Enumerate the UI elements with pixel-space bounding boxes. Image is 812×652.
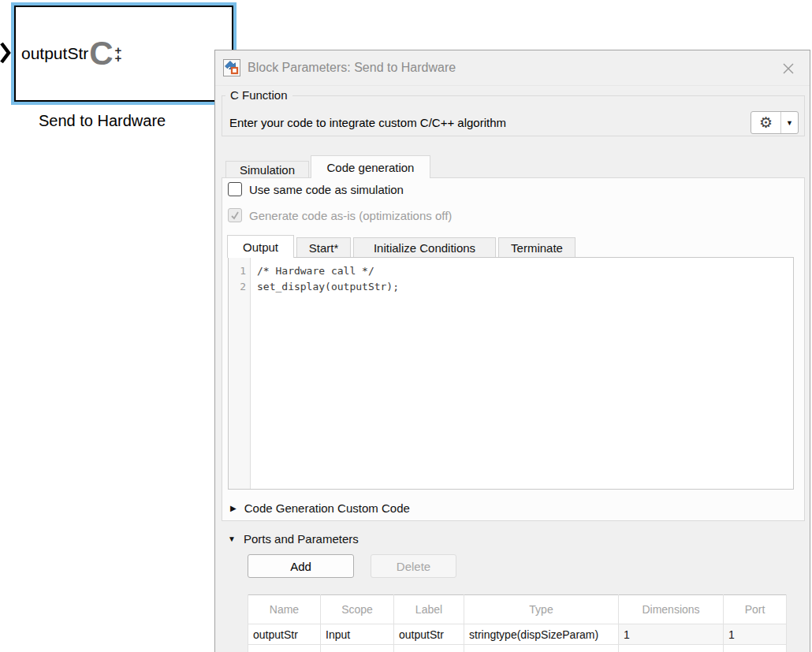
code-line: /* Hardware call */ bbox=[257, 263, 399, 279]
generate-code-as-is-label: Generate code as-is (optimizations off) bbox=[249, 209, 452, 222]
dialog-titlebar[interactable]: Block Parameters: Send to Hardware bbox=[215, 50, 810, 86]
tab-code-generation[interactable]: Code generation bbox=[311, 155, 430, 178]
code-line: set_display(outputStr); bbox=[257, 279, 399, 295]
close-icon bbox=[781, 61, 795, 76]
use-same-code-label[interactable]: Use same code as simulation bbox=[249, 183, 404, 196]
table-header-row: Name Scope Label Type Dimensions Port bbox=[248, 595, 787, 624]
block-port-label: outputStr bbox=[21, 44, 88, 63]
block-name-label[interactable]: Send to Hardware bbox=[39, 112, 166, 130]
code-tab-terminate[interactable]: Terminate bbox=[498, 237, 575, 257]
settings-split-button[interactable]: ⚙ ▼ bbox=[751, 111, 799, 134]
close-button[interactable] bbox=[780, 60, 797, 77]
c-function-icon: C bbox=[89, 38, 113, 69]
cpp-plus-icon: + + bbox=[115, 47, 122, 62]
line-number-gutter: 1 2 bbox=[229, 258, 251, 489]
ports-table[interactable]: Name Scope Label Type Dimensions Port ou… bbox=[248, 594, 787, 652]
code-tab-start[interactable]: Start* bbox=[296, 237, 351, 257]
cell-name[interactable]: outputStr bbox=[248, 624, 321, 645]
cell-dimensions[interactable]: 1 bbox=[619, 624, 724, 645]
chevron-down-icon[interactable]: ▼ bbox=[781, 112, 798, 133]
cell-port[interactable]: 1 bbox=[724, 624, 787, 645]
simulink-canvas: outputStr C + + Send to Hardware Block P… bbox=[0, 0, 812, 652]
column-header[interactable]: Name bbox=[248, 595, 321, 624]
generate-code-as-is-checkbox bbox=[228, 208, 242, 222]
tab-simulation[interactable]: Simulation bbox=[225, 161, 309, 177]
column-header[interactable]: Port bbox=[724, 595, 787, 624]
line-number: 1 bbox=[229, 263, 246, 279]
column-header[interactable]: Scope bbox=[321, 595, 394, 624]
block-parameters-dialog: Block Parameters: Send to Hardware C Fun… bbox=[214, 50, 810, 652]
gear-icon[interactable]: ⚙ bbox=[751, 112, 781, 133]
column-header[interactable]: Label bbox=[394, 595, 464, 624]
use-same-code-checkbox[interactable] bbox=[228, 182, 242, 196]
code-editor[interactable]: 1 2 /* Hardware call */ set_display(outp… bbox=[228, 257, 794, 490]
code-text-area[interactable]: /* Hardware call */ set_display(outputSt… bbox=[251, 258, 399, 489]
custom-code-section-label: Code Generation Custom Code bbox=[244, 501, 410, 515]
table-row[interactable]: outputStr Input outputStr stringtype(dis… bbox=[248, 624, 787, 645]
ports-section-label: Ports and Parameters bbox=[244, 532, 359, 546]
line-number: 2 bbox=[229, 279, 246, 295]
delete-button: Delete bbox=[371, 554, 456, 578]
table-empty-space bbox=[248, 645, 787, 652]
column-header[interactable]: Type bbox=[464, 595, 619, 624]
chevron-down-icon[interactable]: ▼ bbox=[228, 535, 236, 543]
add-button[interactable]: Add bbox=[248, 554, 354, 578]
dialog-title: Block Parameters: Send to Hardware bbox=[248, 61, 456, 75]
chevron-right-icon[interactable]: ▶ bbox=[230, 504, 237, 512]
code-tab-output[interactable]: Output bbox=[227, 235, 294, 258]
column-header[interactable]: Dimensions bbox=[619, 595, 724, 624]
input-port-icon[interactable] bbox=[0, 42, 11, 64]
block-selection-highlight[interactable]: outputStr C + + bbox=[11, 2, 237, 105]
cell-scope[interactable]: Input bbox=[321, 624, 394, 645]
section-code-generation-custom-code[interactable]: ▶ Code Generation Custom Code bbox=[230, 501, 410, 515]
dialog-description: Enter your code to integrate custom C/C+… bbox=[229, 116, 506, 129]
cell-label[interactable]: outputStr bbox=[394, 624, 464, 645]
section-ports-and-parameters[interactable]: ▼ Ports and Parameters bbox=[228, 532, 359, 546]
c-function-block[interactable]: outputStr C + + bbox=[14, 6, 233, 102]
simulink-block-icon bbox=[223, 59, 240, 76]
cell-type[interactable]: stringtype(dispSizeParam) bbox=[464, 624, 619, 645]
code-tab-initialize-conditions[interactable]: Initialize Conditions bbox=[353, 237, 496, 257]
checkmark-icon bbox=[229, 210, 240, 221]
c-function-group-title: C Function bbox=[225, 88, 292, 102]
